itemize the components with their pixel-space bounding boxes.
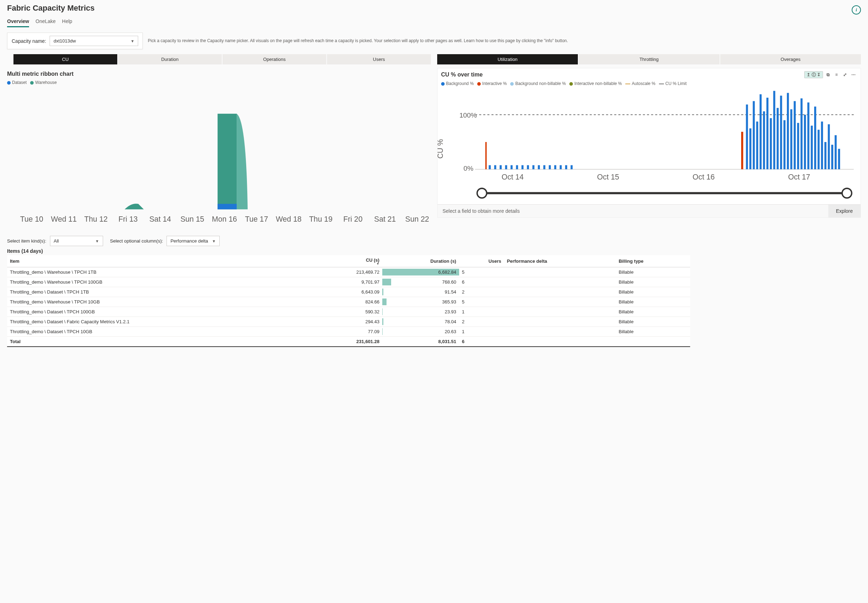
svg-text:Mon 16: Mon 16 xyxy=(212,215,237,223)
capacity-dropdown-value: dxt1013dw xyxy=(54,38,76,43)
chart-toolbar: ↥ ⓘ ↧ ⧉ ≡ ⤢ ⋯ xyxy=(804,71,857,78)
table-row[interactable]: Throttling_demo \ Warehouse \ TPCH 1TB21… xyxy=(7,267,690,277)
svg-rect-25 xyxy=(521,165,524,170)
tab-cu[interactable]: CU xyxy=(14,54,117,65)
table-row[interactable]: Throttling_demo \ Dataset \ TPCH 10GB77.… xyxy=(7,327,690,337)
svg-rect-28 xyxy=(538,165,540,170)
col-header[interactable]: Billing type xyxy=(616,255,690,267)
svg-rect-63 xyxy=(838,149,840,169)
range-handle-left[interactable] xyxy=(477,189,487,198)
svg-rect-23 xyxy=(510,165,513,170)
nav-tab-overview[interactable]: Overview xyxy=(7,16,29,27)
legend-item: Background non-billable % xyxy=(510,81,566,86)
svg-rect-39 xyxy=(756,121,758,169)
svg-rect-20 xyxy=(494,165,496,170)
svg-rect-58 xyxy=(821,121,823,169)
page-title: Fabric Capacity Metrics xyxy=(7,3,95,13)
items-table: ItemCU (s)▼Duration (s)UsersPerformance … xyxy=(7,255,690,347)
info-icon[interactable]: i xyxy=(852,5,861,14)
svg-text:Sat 14: Sat 14 xyxy=(149,215,171,223)
drill-up-icon[interactable]: ↥ ⓘ ↧ xyxy=(804,71,823,78)
col-header[interactable]: Users xyxy=(459,255,504,267)
svg-text:Sun 15: Sun 15 xyxy=(180,215,204,223)
col-header[interactable]: CU (s)▼ xyxy=(312,255,382,267)
nav-tab-help[interactable]: Help xyxy=(62,16,72,27)
range-handle-right[interactable] xyxy=(842,189,852,198)
optional-cols-dropdown[interactable]: Performance delta ▼ xyxy=(166,236,220,246)
svg-rect-61 xyxy=(831,145,833,169)
copy-icon[interactable]: ⧉ xyxy=(825,71,831,78)
svg-rect-40 xyxy=(760,94,762,169)
svg-text:Oct 16: Oct 16 xyxy=(693,173,715,181)
legend-item: Dataset xyxy=(7,80,26,85)
more-icon[interactable]: ⋯ xyxy=(850,71,857,78)
capacity-picker-label: Capacity name: xyxy=(12,38,46,44)
ribbon-chart-title: Multi metric ribbon chart xyxy=(7,68,431,79)
svg-rect-52 xyxy=(801,99,803,169)
item-kind-dropdown[interactable]: All ▼ xyxy=(50,236,103,246)
svg-rect-34 xyxy=(571,165,573,170)
explore-button[interactable]: Explore xyxy=(828,205,860,217)
svg-rect-57 xyxy=(818,130,820,169)
svg-rect-47 xyxy=(783,120,786,169)
tab-operations[interactable]: Operations xyxy=(223,54,326,65)
nav-tab-onelake[interactable]: OneLake xyxy=(36,16,56,27)
svg-rect-24 xyxy=(516,165,518,170)
tab-throttling[interactable]: Throttling xyxy=(578,54,719,65)
filter-icon[interactable]: ≡ xyxy=(833,71,840,78)
col-header[interactable]: Performance delta xyxy=(504,255,616,267)
svg-rect-53 xyxy=(804,115,806,169)
cu-y-label: CU % xyxy=(437,139,444,159)
legend-item: CU % Limit xyxy=(659,81,687,86)
svg-rect-32 xyxy=(560,165,562,170)
svg-text:Sun 22: Sun 22 xyxy=(405,215,429,223)
svg-rect-1 xyxy=(217,204,237,209)
nav-tabs: OverviewOneLakeHelp xyxy=(7,16,861,28)
chevron-down-icon: ▼ xyxy=(130,39,134,43)
col-header[interactable]: Item xyxy=(7,255,312,267)
svg-rect-0 xyxy=(217,114,237,209)
items-table-title: Items (14 days) xyxy=(7,248,861,254)
svg-text:Wed 11: Wed 11 xyxy=(51,215,77,223)
legend-item: Interactive non-billable % xyxy=(569,81,622,86)
ribbon-chart[interactable]: Tue 10Wed 11Thu 12Fri 13Sat 14Sun 15Mon … xyxy=(7,87,431,230)
chevron-down-icon: ▼ xyxy=(95,239,99,243)
optional-cols-label: Select optional column(s): xyxy=(110,238,163,244)
item-kind-value: All xyxy=(54,238,59,244)
svg-text:Fri 13: Fri 13 xyxy=(118,215,138,223)
svg-rect-29 xyxy=(544,165,546,170)
svg-rect-56 xyxy=(814,107,816,169)
svg-rect-48 xyxy=(787,93,789,169)
table-row[interactable]: Throttling_demo \ Warehouse \ TPCH 100GB… xyxy=(7,277,690,287)
table-row[interactable]: Throttling_demo \ Dataset \ TPCH 1TB6,64… xyxy=(7,287,690,297)
svg-rect-41 xyxy=(763,111,765,169)
legend-item: Warehouse xyxy=(30,80,57,85)
svg-text:100%: 100% xyxy=(459,111,477,119)
chevron-down-icon: ▼ xyxy=(212,239,216,243)
svg-rect-35 xyxy=(485,142,487,169)
svg-rect-64 xyxy=(741,132,743,169)
tab-utilization[interactable]: Utilization xyxy=(437,54,578,65)
table-row[interactable]: Throttling_demo \ Dataset \ TPCH 100GB59… xyxy=(7,307,690,317)
svg-rect-54 xyxy=(808,102,809,169)
cu-chart[interactable]: CU % 100% 0% Oct 14Oct 15Oct 16Oct 17 xyxy=(437,87,860,203)
tab-users[interactable]: Users xyxy=(327,54,431,65)
svg-rect-49 xyxy=(790,110,792,169)
tab-overages[interactable]: Overages xyxy=(720,54,861,65)
svg-rect-37 xyxy=(749,128,752,170)
capacity-dropdown[interactable]: dxt1013dw ▼ xyxy=(50,36,138,46)
col-header[interactable]: Duration (s) xyxy=(382,255,459,267)
svg-rect-45 xyxy=(777,108,779,169)
svg-rect-38 xyxy=(753,101,755,170)
table-row[interactable]: Throttling_demo \ Warehouse \ TPCH 10GB8… xyxy=(7,297,690,307)
cu-legend: Background %Interactive %Background non-… xyxy=(437,80,860,87)
focus-icon[interactable]: ⤢ xyxy=(842,71,848,78)
svg-rect-55 xyxy=(811,126,813,169)
cu-chart-title: CU % over time xyxy=(441,71,482,78)
svg-text:Thu 12: Thu 12 xyxy=(84,215,108,223)
tab-duration[interactable]: Duration xyxy=(118,54,222,65)
svg-rect-42 xyxy=(766,98,769,169)
svg-text:Tue 17: Tue 17 xyxy=(245,215,268,223)
metric-tabs: CUDurationOperationsUsers xyxy=(7,54,431,65)
table-row[interactable]: Throttling_demo \ Dataset \ Fabric Capac… xyxy=(7,317,690,327)
